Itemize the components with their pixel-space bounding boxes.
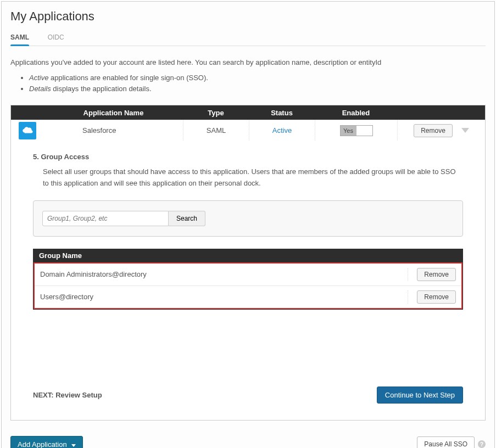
intro-bullet: Details displays the application details… xyxy=(29,83,486,95)
intro-rest: displays the application details. xyxy=(51,85,152,93)
table-row: Users@directory Remove xyxy=(35,285,461,308)
group-name: Domain Administrators@directory xyxy=(40,270,147,278)
group-table-header: Group Name xyxy=(34,249,462,262)
app-name: Salesforce xyxy=(44,126,183,135)
page-title: My Applications xyxy=(10,9,486,24)
col-header-name: Application Name xyxy=(44,109,183,117)
group-table: Group Name Domain Administrators@directo… xyxy=(33,249,463,310)
continue-button[interactable]: Continue to Next Step xyxy=(377,387,463,404)
help-icon[interactable]: ? xyxy=(478,440,486,448)
col-header-type: Type xyxy=(183,109,249,117)
salesforce-cloud-icon xyxy=(19,122,36,139)
group-name: Users@directory xyxy=(40,293,93,301)
pause-all-sso-button[interactable]: Pause All SSO xyxy=(417,436,475,448)
enabled-toggle[interactable]: Yes xyxy=(340,125,373,136)
col-header-status: Status xyxy=(249,109,315,117)
enabled-toggle-label: Yes xyxy=(341,126,356,136)
intro-bullet: Active applications are enabled for sing… xyxy=(29,72,486,84)
intro-bullets: Active applications are enabled for sing… xyxy=(29,72,486,96)
expand-caret-icon[interactable] xyxy=(461,128,469,133)
footer-bar: Add Application Pause All SSO ? xyxy=(10,436,486,448)
group-search-input[interactable] xyxy=(42,211,169,226)
remove-group-button[interactable]: Remove xyxy=(417,268,456,281)
tab-oidc[interactable]: OIDC xyxy=(48,30,64,46)
tab-saml[interactable]: SAML xyxy=(10,30,29,46)
application-row: Salesforce SAML Active Yes Remove xyxy=(11,120,485,141)
col-header-enabled: Enabled xyxy=(315,109,397,117)
protocol-tabs: SAML OIDC xyxy=(10,30,486,46)
intro-em: Active xyxy=(29,74,48,82)
applications-panel: Application Name Type Status Enabled Sal… xyxy=(10,105,486,421)
step-description: Select all user groups that should have … xyxy=(43,166,463,189)
remove-group-button[interactable]: Remove xyxy=(417,290,456,304)
group-rows-highlight: Domain Administrators@directory Remove U… xyxy=(34,262,462,309)
group-search-button[interactable]: Search xyxy=(169,211,205,226)
app-type: SAML xyxy=(183,120,249,141)
intro-rest: applications are enabled for single sign… xyxy=(48,74,208,82)
table-row: Domain Administrators@directory Remove xyxy=(35,264,461,285)
app-status-link[interactable]: Active xyxy=(272,126,292,135)
step-heading: 5. Group Access xyxy=(33,153,463,161)
chevron-down-icon xyxy=(70,440,76,448)
intro-text: Applications you've added to your accoun… xyxy=(10,57,486,68)
remove-app-button[interactable]: Remove xyxy=(414,124,453,137)
add-application-button[interactable]: Add Application xyxy=(10,436,83,448)
next-step-label: NEXT: Review Setup xyxy=(33,391,102,399)
group-search-panel: Search xyxy=(33,200,463,237)
enabled-toggle-knob xyxy=(356,126,372,136)
application-expanded-body: 5. Group Access Select all user groups t… xyxy=(11,141,485,420)
add-application-label: Add Application xyxy=(18,440,67,448)
next-step-row: NEXT: Review Setup Continue to Next Step xyxy=(33,387,463,404)
intro-em: Details xyxy=(29,85,51,93)
applications-table-header: Application Name Type Status Enabled xyxy=(11,105,485,120)
